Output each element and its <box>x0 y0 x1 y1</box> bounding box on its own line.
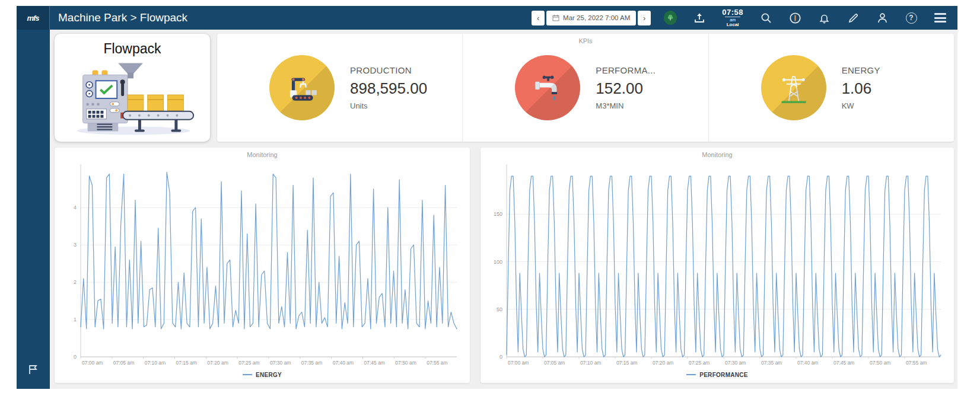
kpi-value: 1.06 <box>842 79 880 98</box>
performance-monitoring-card: Monitoring 05010015007:00 am07:05 am07:1… <box>481 148 954 383</box>
chart0-svg: 0123407:00 am07:05 am07:10 am07:15 am07:… <box>61 161 464 369</box>
x-tick-label: 07:55 am <box>427 360 447 366</box>
x-tick-label: 07:05 am <box>544 360 565 366</box>
machine-card-flowpack[interactable]: Flowpack <box>55 34 210 142</box>
bell-icon[interactable] <box>817 11 831 24</box>
kpi-production-text: PRODUCTION 898,595.00 Units <box>350 65 427 110</box>
y-tick-label: 3 <box>74 242 77 248</box>
y-tick-label: 4 <box>74 205 77 210</box>
chart-title: Monitoring <box>61 151 464 161</box>
y-tick-label: 0 <box>499 354 502 360</box>
alert-icon[interactable] <box>788 11 801 24</box>
clock-display[interactable]: 07:58 am Local <box>722 8 743 27</box>
chart-title: Monitoring <box>486 151 948 161</box>
y-tick-label: 50 <box>497 306 502 312</box>
kpi-label: PRODUCTION <box>350 65 427 75</box>
clock-zone: Local <box>727 23 739 27</box>
clock-time: 07:58 <box>722 8 743 16</box>
performance-legend[interactable]: PERFORMANCE <box>486 369 948 381</box>
chart1-svg: 05010015007:00 am07:05 am07:10 am07:15 a… <box>486 161 948 369</box>
breadcrumb: Machine Park > Flowpack <box>58 11 187 24</box>
x-tick-label: 07:00 am <box>82 360 103 366</box>
x-tick-label: 07:00 am <box>508 360 529 366</box>
performance-chart[interactable]: 05010015007:00 am07:05 am07:10 am07:15 a… <box>486 161 948 369</box>
legend-line-swatch <box>686 374 696 375</box>
x-tick-label: 07:15 am <box>616 360 637 366</box>
x-tick-label: 07:50 am <box>395 360 416 366</box>
edit-pencil-icon[interactable] <box>847 11 860 24</box>
x-tick-label: 07:35 am <box>301 360 322 366</box>
kpi-value: 898,595.00 <box>350 79 427 98</box>
kpi-performance[interactable]: PERFORMA... 152.00 M3*MIN <box>462 34 708 142</box>
kpi-label: PERFORMA... <box>596 65 656 75</box>
content-area: Flowpack <box>50 30 957 389</box>
clock-meridiem: am <box>725 17 740 22</box>
app-frame: mfs Machine Park > Flowpack ‹ Mar 25, 20… <box>17 6 957 389</box>
x-tick-label: 07:10 am <box>580 360 601 366</box>
eco-tree-icon[interactable] <box>664 11 677 24</box>
x-tick-label: 07:30 am <box>270 360 291 366</box>
legend-label: ENERGY <box>256 372 282 378</box>
x-tick-label: 07:25 am <box>238 360 259 366</box>
hamburger-menu-icon[interactable] <box>934 11 947 24</box>
x-tick-label: 07:40 am <box>797 360 818 366</box>
calendar-icon <box>552 14 559 21</box>
help-icon[interactable]: ? <box>905 11 918 24</box>
x-tick-label: 07:45 am <box>364 360 385 366</box>
kpi-production[interactable]: PRODUCTION 898,595.00 Units <box>217 34 462 142</box>
x-tick-label: 07:50 am <box>870 360 890 366</box>
eco-tree-circle <box>664 11 677 25</box>
search-icon[interactable] <box>759 11 772 24</box>
left-sidebar <box>17 30 50 389</box>
top-row: Flowpack <box>55 34 954 142</box>
packaging-machine-illustration <box>58 58 206 136</box>
dashboard-page: mfs Machine Park > Flowpack ‹ Mar 25, 20… <box>0 0 980 393</box>
date-display[interactable]: Mar 25, 2022 7:00 AM <box>546 11 636 25</box>
x-tick-label: 07:35 am <box>761 360 782 366</box>
kpi-performance-text: PERFORMA... 152.00 M3*MIN <box>596 65 656 110</box>
x-tick-label: 07:55 am <box>906 360 927 366</box>
x-tick-label: 07:05 am <box>113 360 134 366</box>
x-tick-label: 07:25 am <box>689 360 709 366</box>
kpi-panel: KPIs <box>217 34 954 142</box>
kpi-unit: KW <box>842 101 880 110</box>
y-tick-label: 0 <box>74 354 77 360</box>
x-tick-label: 07:40 am <box>333 360 354 366</box>
legend-label: PERFORMANCE <box>699 372 748 378</box>
x-tick-label: 07:15 am <box>176 360 197 366</box>
brand-logo-text: mfs <box>27 14 39 23</box>
machine-card-title: Flowpack <box>58 41 206 57</box>
legend-line-swatch <box>243 374 252 375</box>
robot-arm-icon <box>269 55 335 120</box>
energy-chart[interactable]: 0123407:00 am07:05 am07:10 am07:15 am07:… <box>61 161 464 369</box>
brand-logo[interactable]: mfs <box>17 6 50 30</box>
y-tick-label: 150 <box>494 211 502 217</box>
faucet-icon <box>515 55 580 120</box>
date-text: Mar 25, 2022 7:00 AM <box>563 14 630 21</box>
main-area: Flowpack <box>17 30 957 389</box>
date-navigation: ‹ Mar 25, 2022 7:00 AM › <box>532 11 651 25</box>
help-glyph: ? <box>906 12 917 24</box>
topbar-icon-group: 07:58 am Local <box>664 8 947 27</box>
y-tick-label: 100 <box>494 259 502 265</box>
kpi-panel-title: KPIs <box>217 37 954 44</box>
user-icon[interactable] <box>876 11 889 24</box>
kpi-label: ENERGY <box>842 65 880 75</box>
x-tick-label: 07:20 am <box>207 360 228 366</box>
top-bar: mfs Machine Park > Flowpack ‹ Mar 25, 20… <box>17 6 957 30</box>
kpi-energy-text: ENERGY 1.06 KW <box>842 65 880 110</box>
energy-legend[interactable]: ENERGY <box>61 369 464 381</box>
kpi-unit: Units <box>350 101 427 110</box>
energy-monitoring-card: Monitoring 0123407:00 am07:05 am07:10 am… <box>55 148 470 383</box>
upload-icon[interactable] <box>693 11 706 24</box>
date-next-button[interactable]: › <box>638 11 651 25</box>
charts-row: Monitoring 0123407:00 am07:05 am07:10 am… <box>55 148 954 383</box>
kpi-energy[interactable]: ENERGY 1.06 KW <box>708 34 954 142</box>
power-tower-icon <box>761 55 826 120</box>
date-prev-button[interactable]: ‹ <box>532 11 545 25</box>
flag-icon[interactable] <box>17 363 50 376</box>
x-tick-label: 07:45 am <box>833 360 854 366</box>
x-tick-label: 07:20 am <box>653 360 673 366</box>
kpi-value: 152.00 <box>596 79 656 98</box>
kpi-unit: M3*MIN <box>596 101 656 110</box>
